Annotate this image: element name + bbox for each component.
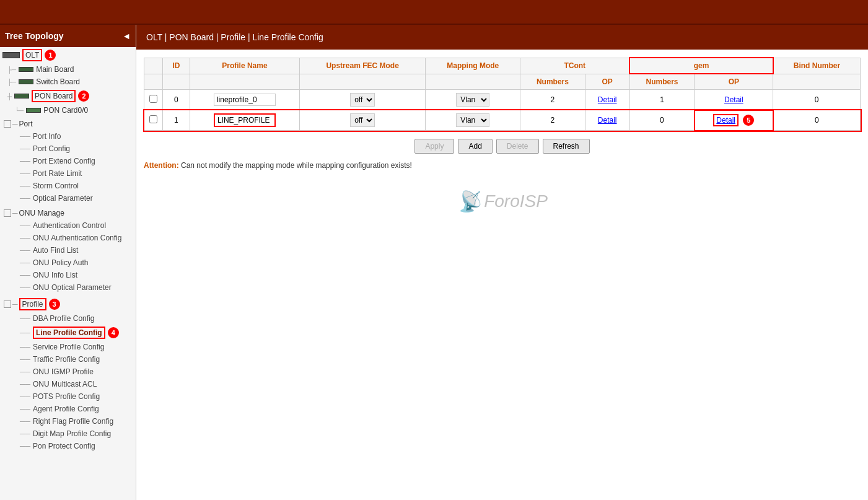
th-tcont-op: OP <box>585 74 629 90</box>
sidebar-item-olt[interactable]: OLT 1 <box>0 47 136 63</box>
line-profile-label: Line Profile Config <box>36 328 102 337</box>
th-sub-empty4 <box>299 74 425 90</box>
row0-fec-select[interactable]: off on <box>350 93 375 107</box>
sidebar-item-port-rate[interactable]: ── Port Rate Limit <box>0 167 136 180</box>
profile-label: Profile <box>22 300 43 309</box>
port-rate-label: Port Rate Limit <box>33 169 82 178</box>
pots-label: POTS Profile Config <box>33 392 100 401</box>
sidebar-item-auth-control[interactable]: ── Authentication Control <box>0 219 136 232</box>
refresh-button[interactable]: Refresh <box>543 139 590 154</box>
sidebar-item-onu-policy[interactable]: ── ONU Policy Auth <box>0 257 136 269</box>
sidebar-item-digit-map[interactable]: ── Digit Map Profile Config <box>0 428 136 440</box>
th-sub-empty6 <box>773 74 861 90</box>
expand-icon2: ├─ <box>7 79 16 86</box>
menu-group-port[interactable]: ─ Port <box>0 118 136 130</box>
attention-text: Can not modify the mapping mode while ma… <box>181 161 412 170</box>
sidebar-item-line-profile[interactable]: ── Line Profile Config 4 <box>0 325 136 341</box>
row1-mapping-select[interactable]: Vlan GEM <box>456 113 489 127</box>
th-bind-number: Bind Number <box>773 58 861 74</box>
dash1: ── <box>20 132 30 141</box>
sidebar-item-auto-find[interactable]: ── Auto Find List <box>0 244 136 257</box>
badge-3: 3 <box>49 299 60 310</box>
port-config-label: Port Config <box>33 144 70 153</box>
sidebar-item-right-flag[interactable]: ── Right Flag Profile Config <box>0 415 136 428</box>
sidebar-item-pon-protect[interactable]: ── Pon Protect Config <box>0 440 136 452</box>
onu-info-label: ONU Info List <box>33 271 77 279</box>
row1-fec-select[interactable]: off on <box>350 113 375 127</box>
sidebar-item-igmp-profile[interactable]: ── ONU IGMP Profile <box>0 366 136 378</box>
th-gem-op: OP <box>695 74 773 90</box>
agent-profile-label: Agent Profile Config <box>33 405 99 413</box>
sidebar-item-optical[interactable]: ── Optical Parameter <box>0 192 136 204</box>
row1-checkbox[interactable] <box>149 115 157 123</box>
sidebar-arrow[interactable]: ◄ <box>122 31 131 41</box>
sidebar-item-multicast-acl[interactable]: ── ONU Multicast ACL <box>0 378 136 390</box>
sidebar-item-pots[interactable]: ── POTS Profile Config <box>0 390 136 403</box>
row1-id: 1 <box>163 110 190 131</box>
optical-label: Optical Parameter <box>33 194 93 203</box>
pon-board-label: PON Board <box>35 92 72 100</box>
sidebar-item-dba[interactable]: ── DBA Profile Config <box>0 312 136 325</box>
delete-button[interactable]: Delete <box>496 139 539 154</box>
traffic-profile-label: Traffic Profile Config <box>33 355 100 364</box>
row1-gem-detail-link[interactable]: Detail <box>713 114 739 126</box>
breadcrumb: OLT | PON Board | Profile | Line Profile… <box>136 25 868 50</box>
row0-gem-detail-link[interactable]: Detail <box>724 95 743 104</box>
switch-board-icon <box>19 79 33 84</box>
menu-section-profile: ─ Profile 3 ── DBA Profile Config ── Lin… <box>0 295 136 454</box>
add-button[interactable]: Add <box>458 139 492 154</box>
row0-profile-name-input[interactable] <box>214 94 276 106</box>
sidebar-item-port-info[interactable]: ── Port Info <box>0 130 136 143</box>
watermark-icon: 📡 <box>457 190 481 213</box>
port-checkbox[interactable] <box>4 120 11 128</box>
olt-icon <box>2 52 20 58</box>
button-row: Apply Add Delete Refresh <box>144 139 861 154</box>
row0-checkbox-cell <box>144 90 163 110</box>
watermark-label: ForoISP <box>484 191 548 211</box>
row0-tcont-detail-link[interactable]: Detail <box>598 95 617 104</box>
apply-button[interactable]: Apply <box>414 139 454 154</box>
expand-icon: ├─ <box>7 66 16 73</box>
dash6: ── <box>20 194 30 203</box>
row1-profile-name-input[interactable] <box>214 113 276 127</box>
sidebar-item-onu-auth[interactable]: ── ONU Authentication Config <box>0 232 136 244</box>
sidebar-item-pon-board[interactable]: ┼ PON Board 2 <box>0 88 136 104</box>
service-profile-label: Service Profile Config <box>33 343 104 351</box>
main-layout: Tree Topology ◄ OLT 1 ├─ Main Board ├─ S… <box>0 25 868 500</box>
sidebar-item-port-extend[interactable]: ── Port Extend Config <box>0 155 136 167</box>
pon-card-label: PON Card0/0 <box>43 106 88 115</box>
sidebar-item-switch-board[interactable]: ├─ Switch Board <box>0 76 136 88</box>
sidebar-item-agent-profile[interactable]: ── Agent Profile Config <box>0 403 136 415</box>
row0-id: 0 <box>163 90 190 110</box>
th-profile-name: Profile Name <box>190 58 299 74</box>
th-tcont: TCont <box>520 58 630 74</box>
profile-checkbox[interactable] <box>4 300 11 308</box>
sidebar-item-main-board[interactable]: ├─ Main Board <box>0 63 136 76</box>
app-top-bar <box>0 0 868 25</box>
sidebar-item-port-config[interactable]: ── Port Config <box>0 143 136 155</box>
menu-section-port: ─ Port ── Port Info ── Port Config ── Po… <box>0 116 136 206</box>
row0-checkbox[interactable] <box>149 95 157 103</box>
row1-gem-op-cell: Detail 5 <box>695 110 773 131</box>
sidebar-item-pon-card[interactable]: └─ PON Card0/0 <box>0 104 136 116</box>
sidebar-item-service-profile[interactable]: ── Service Profile Config <box>0 341 136 353</box>
menu-group-profile[interactable]: ─ Profile 3 <box>0 296 136 312</box>
row1-tcont-detail-link[interactable]: Detail <box>598 116 617 125</box>
sidebar-item-onu-optical[interactable]: ── ONU Optical Parameter <box>0 281 136 294</box>
pon-board-label-box: PON Board <box>32 90 76 102</box>
main-board-label: Main Board <box>36 65 74 74</box>
row0-gem-op-cell: Detail <box>695 90 773 110</box>
row0-mapping-cell: Vlan GEM <box>426 90 520 110</box>
expand-cb: ┼ <box>7 93 12 100</box>
sidebar-item-traffic-profile[interactable]: ── Traffic Profile Config <box>0 353 136 366</box>
menu-group-onu[interactable]: ─ ONU Manage <box>0 207 136 219</box>
onu-checkbox[interactable] <box>4 209 11 217</box>
profile-label-box: Profile <box>19 298 46 310</box>
sidebar-item-onu-info[interactable]: ── ONU Info List <box>0 269 136 281</box>
table-row: 0 off on <box>144 90 861 110</box>
row0-mapping-select[interactable]: Vlan GEM <box>456 93 489 107</box>
sidebar-item-storm-control[interactable]: ── Storm Control <box>0 180 136 192</box>
main-board-icon <box>19 67 33 72</box>
table-row: 1 off on <box>144 110 861 131</box>
watermark-text: 📡 ForoISP <box>457 190 548 213</box>
